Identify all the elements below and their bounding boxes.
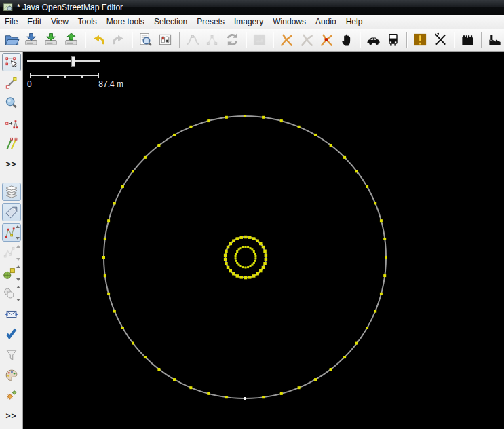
osm-node[interactable]: [248, 276, 252, 279]
layers-dialog-button[interactable]: [2, 183, 21, 201]
osm-node[interactable]: [225, 250, 228, 253]
osm-node[interactable]: [104, 238, 106, 240]
osm-node[interactable]: [262, 266, 265, 269]
osm-node[interactable]: [104, 274, 106, 277]
plugins-dialog-button[interactable]: [2, 386, 21, 405]
factory-preset-button[interactable]: [486, 31, 504, 50]
osm-node[interactable]: [366, 327, 368, 329]
osm-node[interactable]: [380, 219, 383, 222]
osm-node[interactable]: [355, 170, 358, 172]
osm-node[interactable]: [229, 242, 233, 246]
osm-node[interactable]: [207, 119, 210, 122]
menu-presets[interactable]: Presets: [192, 16, 229, 29]
filter-dialog-button[interactable]: [2, 346, 21, 364]
osm-node[interactable]: [385, 256, 387, 259]
dialog-size-arrows[interactable]: [16, 265, 21, 281]
parallel-way-tool-button[interactable]: [2, 134, 21, 153]
osm-node[interactable]: [355, 342, 358, 345]
osm-node[interactable]: [298, 386, 301, 389]
osm-node[interactable]: [144, 356, 147, 358]
osm-node[interactable]: [253, 262, 255, 264]
osm-node[interactable]: [235, 257, 237, 259]
bus-preset-button[interactable]: [384, 31, 402, 50]
osm-node[interactable]: [366, 185, 368, 188]
osm-node[interactable]: [343, 156, 346, 159]
osm-node[interactable]: [232, 272, 235, 276]
osm-node[interactable]: [254, 260, 256, 262]
join-node-way-button[interactable]: [317, 31, 336, 50]
osm-node[interactable]: [280, 119, 283, 122]
osm-node[interactable]: [383, 274, 386, 277]
osm-node[interactable]: [244, 276, 248, 280]
osm-node[interactable]: [383, 238, 386, 240]
osm-node[interactable]: [251, 248, 253, 250]
titlebar[interactable]: * Java OpenStreetMap Editor: [0, 0, 504, 15]
menu-view[interactable]: View: [46, 16, 73, 29]
osm-node[interactable]: [157, 144, 160, 147]
improve-accuracy-tool-button[interactable]: [2, 114, 21, 132]
osm-node[interactable]: [343, 356, 346, 358]
osm-node[interactable]: [259, 242, 263, 246]
osm-node[interactable]: [189, 126, 192, 128]
osm-node[interactable]: [225, 116, 228, 119]
osm-node[interactable]: [262, 396, 265, 398]
osm-node[interactable]: [330, 144, 332, 147]
osm-node[interactable]: [242, 266, 244, 268]
select-tool-button[interactable]: [2, 53, 21, 71]
osm-node[interactable]: [265, 258, 268, 261]
menu-file[interactable]: File: [0, 16, 22, 29]
osm-node[interactable]: [240, 265, 242, 267]
save-button[interactable]: [22, 31, 41, 50]
osm-node[interactable]: [248, 236, 252, 239]
osm-node[interactable]: [236, 274, 239, 278]
osm-node[interactable]: [235, 253, 237, 255]
osm-node[interactable]: [280, 392, 283, 395]
menu-tools[interactable]: Tools: [73, 16, 102, 29]
menu-edit[interactable]: Edit: [22, 16, 46, 29]
osm-node[interactable]: [262, 246, 265, 249]
selection-dialog-button[interactable]: [2, 223, 21, 242]
menu-windows[interactable]: Windows: [268, 16, 311, 29]
osm-node[interactable]: [265, 254, 268, 257]
osm-node[interactable]: [229, 269, 233, 273]
osm-node[interactable]: [244, 397, 246, 400]
osm-node[interactable]: [113, 310, 116, 313]
osm-node[interactable]: [263, 250, 267, 253]
dialog-size-arrows[interactable]: [16, 225, 20, 240]
search-button[interactable]: [136, 31, 155, 50]
osm-node[interactable]: [380, 293, 383, 295]
osm-node[interactable]: [238, 248, 240, 250]
refresh-data-button[interactable]: [223, 31, 241, 50]
osm-node[interactable]: [262, 116, 265, 119]
osm-node[interactable]: [314, 134, 317, 136]
osm-node[interactable]: [225, 396, 228, 398]
osm-node[interactable]: [330, 368, 332, 371]
osm-node[interactable]: [225, 262, 228, 265]
osm-node[interactable]: [236, 250, 238, 253]
osm-node[interactable]: [244, 236, 248, 239]
osm-node[interactable]: [298, 126, 301, 128]
osm-node[interactable]: [238, 264, 240, 266]
osm-node[interactable]: [256, 240, 259, 243]
warning-preset-button[interactable]: [411, 31, 429, 50]
osm-node[interactable]: [245, 267, 247, 269]
osm-node[interactable]: [250, 265, 252, 267]
open-file-button[interactable]: [3, 31, 21, 50]
zoom-tool-button[interactable]: [2, 94, 21, 112]
car-preset-button[interactable]: [364, 31, 383, 50]
osm-node[interactable]: [314, 378, 317, 381]
menu-selection[interactable]: Selection: [149, 16, 192, 29]
osm-node[interactable]: [254, 257, 256, 259]
dialog-size-arrows[interactable]: [16, 245, 21, 261]
validator-check-button[interactable]: [2, 325, 21, 343]
osm-node[interactable]: [263, 262, 267, 265]
osm-node[interactable]: [121, 185, 124, 188]
pan-hand-button[interactable]: [337, 31, 355, 50]
restaurant-preset-button[interactable]: [431, 31, 450, 50]
osm-node[interactable]: [224, 258, 227, 261]
preferences-button[interactable]: [156, 31, 174, 50]
osm-node[interactable]: [235, 260, 237, 262]
osm-node[interactable]: [250, 247, 252, 249]
osm-node[interactable]: [227, 246, 230, 249]
changeset-dialog-button[interactable]: [2, 305, 21, 323]
